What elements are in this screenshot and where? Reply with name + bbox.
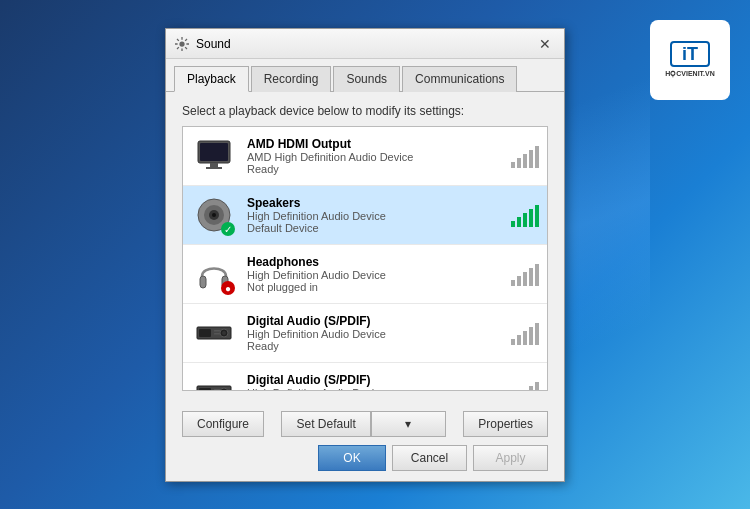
device-name: Headphones	[247, 255, 511, 269]
device-sub: High Definition Audio Device	[247, 387, 511, 391]
apply-button[interactable]: Apply	[473, 445, 548, 471]
device-name: Digital Audio (S/PDIF)	[247, 373, 511, 387]
device-icon-wrap-headphones: ●	[191, 251, 237, 297]
device-item-amd-hdmi[interactable]: AMD HDMI Output AMD High Definition Audi…	[183, 127, 547, 186]
dialog-title: Sound	[196, 37, 534, 51]
svg-rect-3	[210, 163, 218, 167]
logo-icon: iT	[670, 41, 710, 67]
volume-bars	[511, 380, 539, 391]
svg-rect-21	[214, 389, 220, 391]
device-icon-wrap-digital1	[191, 310, 237, 356]
set-default-dropdown-button[interactable]: ▾	[371, 411, 446, 437]
device-item-headphones[interactable]: ● Headphones High Definition Audio Devic…	[183, 245, 547, 304]
volume-bars-active	[511, 203, 539, 227]
volume-bars	[511, 262, 539, 286]
volume-bars	[511, 144, 539, 168]
device-status: Not plugged in	[247, 281, 511, 293]
not-plugged-badge: ●	[221, 281, 235, 295]
tab-bar: Playback Recording Sounds Communications	[166, 59, 564, 92]
svg-point-8	[212, 213, 216, 217]
tab-playback[interactable]: Playback	[174, 66, 249, 92]
logo-full-text: HỌCVIENIT.VN	[665, 70, 715, 78]
device-sub: AMD High Definition Audio Device	[247, 151, 511, 163]
svg-rect-12	[199, 329, 211, 337]
close-button[interactable]: ✕	[534, 33, 556, 55]
device-icon-wrap	[191, 133, 237, 179]
dialog-icon	[174, 36, 190, 52]
device-name: Speakers	[247, 196, 511, 210]
device-info-speakers: Speakers High Definition Audio Device De…	[247, 196, 511, 234]
sound-dialog: Sound ✕ Playback Recording Sounds Commun…	[165, 28, 565, 482]
volume-bars	[511, 321, 539, 345]
set-default-group: Set Default ▾	[281, 411, 445, 437]
svg-rect-9	[200, 276, 206, 288]
properties-button[interactable]: Properties	[463, 411, 548, 437]
device-info-headphones: Headphones High Definition Audio Device …	[247, 255, 511, 293]
content-area: Select a playback device below to modify…	[166, 92, 564, 403]
device-icon-wrap-speakers: ✓	[191, 192, 237, 238]
device-name: Digital Audio (S/PDIF)	[247, 314, 511, 328]
svg-rect-2	[200, 143, 228, 161]
device-sub: High Definition Audio Device	[247, 328, 511, 340]
tab-sounds[interactable]: Sounds	[333, 66, 400, 92]
set-default-button[interactable]: Set Default	[281, 411, 370, 437]
device-sub: High Definition Audio Device	[247, 210, 511, 222]
device-name: AMD HDMI Output	[247, 137, 511, 151]
device-status: Ready	[247, 340, 511, 352]
device-status: Default Device	[247, 222, 511, 234]
svg-rect-16	[214, 333, 220, 335]
svg-point-20	[222, 390, 226, 391]
svg-rect-18	[199, 388, 211, 391]
device-item-digital1[interactable]: Digital Audio (S/PDIF) High Definition A…	[183, 304, 547, 363]
device-info-digital2: Digital Audio (S/PDIF) High Definition A…	[247, 373, 511, 391]
device-info-digital1: Digital Audio (S/PDIF) High Definition A…	[247, 314, 511, 352]
cancel-button[interactable]: Cancel	[392, 445, 467, 471]
device-list[interactable]: AMD HDMI Output AMD High Definition Audi…	[182, 126, 548, 391]
device-item-digital2[interactable]: Digital Audio (S/PDIF) High Definition A…	[183, 363, 547, 391]
svg-point-14	[222, 331, 226, 335]
device-info-amd-hdmi: AMD HDMI Output AMD High Definition Audi…	[247, 137, 511, 175]
svg-point-0	[179, 41, 184, 46]
ok-button[interactable]: OK	[318, 445, 386, 471]
device-sub: High Definition Audio Device	[247, 269, 511, 281]
tab-communications[interactable]: Communications	[402, 66, 517, 92]
tab-recording[interactable]: Recording	[251, 66, 332, 92]
device-status: Ready	[247, 163, 511, 175]
logo: iT HỌCVIENIT.VN	[650, 20, 730, 100]
description-text: Select a playback device below to modify…	[182, 104, 548, 118]
device-icon-wrap-digital2	[191, 369, 237, 391]
title-bar: Sound ✕	[166, 29, 564, 59]
button-row-1: Configure Set Default ▾ Properties	[166, 403, 564, 441]
button-row-2: OK Cancel Apply	[166, 441, 564, 481]
monitor-icon	[194, 136, 234, 176]
svg-rect-15	[214, 330, 220, 332]
device-item-speakers[interactable]: ✓ Speakers High Definition Audio Device …	[183, 186, 547, 245]
svg-rect-4	[206, 167, 222, 169]
logo-short-text: iT	[682, 44, 698, 66]
digital-audio-icon	[194, 313, 234, 353]
default-badge: ✓	[221, 222, 235, 236]
digital-audio-icon-2	[194, 372, 234, 391]
configure-button[interactable]: Configure	[182, 411, 264, 437]
